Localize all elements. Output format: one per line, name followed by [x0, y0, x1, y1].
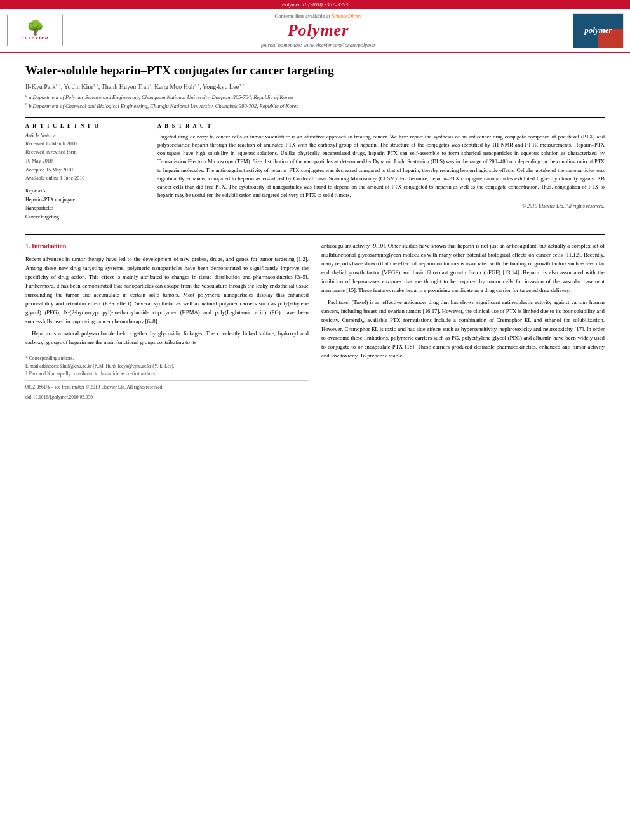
sciencedirect-link[interactable]: ScienceDirect [332, 13, 361, 19]
received-revised-label: Received in revised form [25, 148, 146, 157]
journal-volume-bar: Polymer 51 (2010) 3387–3393 [0, 0, 630, 9]
body-text-right: anticoagulant activity [9,10]. Other stu… [321, 241, 605, 361]
body-text-left: Recent advances in tumor therapy have le… [25, 255, 309, 347]
journal-homepage: journal homepage: www.elsevier.com/locat… [70, 42, 566, 48]
polymer-logo-right: polymer [573, 13, 624, 48]
affiliation-b: b Department of Chemical and Biological … [29, 103, 298, 109]
journal-title: Polymer [70, 21, 566, 40]
article-title: Water-soluble heparin–PTX conjugates for… [25, 63, 605, 79]
intro-heading: 1. Introduction [25, 241, 309, 251]
article-history-group: Article history: Received 17 March 2010 … [25, 133, 146, 183]
doi-line: doi:10.1016/j.polymer.2010.05.030 [25, 394, 309, 401]
keyword-3: Cancer targeting [25, 213, 146, 222]
email-note: E-mail addresses: khuh@cnu.ac.kr (K.M. H… [25, 363, 309, 370]
elsevier-logo: 🌳 ELSEVIER [6, 15, 64, 46]
body-col-left: 1. Introduction Recent advances in tumor… [25, 241, 309, 402]
email-label: E-mail addresses: [25, 363, 59, 369]
main-content: Water-soluble heparin–PTX conjugates for… [0, 53, 630, 408]
sciencedirect-line: Contents lists available at ScienceDirec… [70, 13, 566, 19]
elsevier-wordmark: ELSEVIER [21, 36, 48, 41]
issn-line: 0032-3861/$ – see front matter © 2010 El… [25, 383, 309, 391]
keywords-label: Keywords: [25, 188, 146, 194]
article-info-panel: A R T I C L E I N F O Article history: R… [25, 123, 146, 227]
copyright-line: © 2010 Elsevier Ltd. All rights reserved… [158, 203, 605, 209]
history-label: Article history: [25, 133, 146, 138]
body-columns: 1. Introduction Recent advances in tumor… [25, 234, 605, 402]
journal-center-info: Contents lists available at ScienceDirec… [70, 13, 566, 48]
article-info-abstract: A R T I C L E I N F O Article history: R… [25, 117, 605, 227]
abstract-text: Targeted drug delivery to cancer cells o… [158, 133, 605, 199]
intro-para-1: Recent advances in tumor therapy have le… [25, 255, 309, 326]
keyword-1: Heparin–PTX conjugate [25, 196, 146, 204]
intro-para-2: Heparin is a natural polysaccharide held… [25, 329, 309, 347]
accepted-date: Accepted 15 May 2010 [25, 166, 146, 175]
elsevier-tree-icon: 🌳 [27, 21, 44, 35]
body-col-right: anticoagulant activity [9,10]. Other stu… [321, 241, 605, 402]
elsevier-logo-box: 🌳 ELSEVIER [7, 15, 63, 46]
keywords-group: Keywords: Heparin–PTX conjugate Nanopart… [25, 188, 146, 222]
received-date: Received 17 March 2010 [25, 140, 146, 149]
footnotes: * Corresponding authors. E-mail addresse… [25, 352, 309, 378]
revised-date: 10 May 2010 [25, 157, 146, 166]
contents-label: Contents lists available at [275, 13, 330, 19]
right-para-1: anticoagulant activity [9,10]. Other stu… [321, 241, 605, 295]
divider [25, 380, 309, 381]
email-values: khuh@cnu.ac.kr (K.M. Huh), leeyk@cjnu.ac… [60, 363, 175, 369]
corresponding-note: * Corresponding authors. [25, 355, 309, 363]
journal-header: 🌳 ELSEVIER Contents lists available at S… [0, 9, 630, 53]
right-para-2: Paclitaxel (Taxol) is an effective antic… [321, 298, 605, 360]
affiliation-a: a Department of Polymer Science and Engi… [29, 94, 293, 100]
keyword-2: Nanoparticles [25, 204, 146, 213]
equal-contrib-note: 1 Park and Kim equally contributed to th… [25, 370, 309, 378]
authors-line: Il-Kyu Parka,1, Yu Jin Kimb,1, Thanh Huy… [25, 83, 605, 90]
available-online: Available online 1 June 2010 [25, 174, 146, 183]
affiliations: a a Department of Polymer Science and En… [25, 93, 605, 111]
abstract-label: A B S T R A C T [158, 123, 605, 129]
article-info-label: A R T I C L E I N F O [25, 123, 146, 129]
abstract-panel: A B S T R A C T Targeted drug delivery t… [158, 123, 605, 227]
